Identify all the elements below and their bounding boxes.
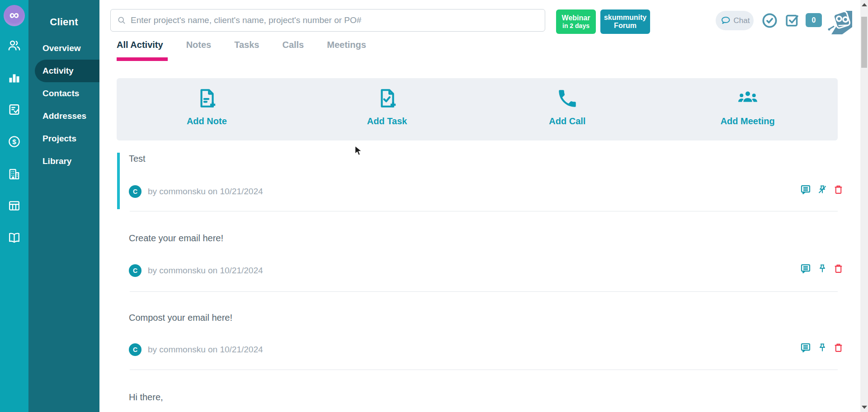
activity-row-title: Test (129, 153, 146, 164)
row-divider (130, 370, 838, 370)
sidebar-item-contacts[interactable]: Contacts (28, 82, 99, 105)
user-avatar[interactable] (825, 7, 852, 34)
tab-all-activity[interactable]: All Activity (117, 40, 163, 50)
people-icon[interactable] (7, 38, 21, 52)
tab-notes[interactable]: Notes (186, 40, 212, 50)
unpin-icon[interactable] (817, 183, 828, 196)
infinity-icon: ∞ (9, 8, 19, 22)
bar-chart-icon[interactable] (7, 70, 21, 84)
author-avatar: C (129, 264, 142, 277)
notification-badge[interactable]: 0 (806, 13, 822, 27)
checkbox-icon[interactable] (784, 12, 801, 28)
tab-meetings[interactable]: Meetings (327, 40, 366, 50)
author-avatar: C (129, 343, 142, 356)
svg-text:$: $ (12, 138, 16, 145)
comment-icon[interactable] (799, 342, 812, 354)
tab-calls[interactable]: Calls (282, 40, 304, 50)
table-icon[interactable] (7, 199, 21, 213)
skummunity-forum-button[interactable]: skummunity Forum (600, 9, 650, 34)
sidebar-item-library[interactable]: Library (28, 150, 99, 173)
scrollbar-thumb[interactable] (861, 17, 867, 68)
add-call-button[interactable]: Add Call (477, 78, 658, 140)
activity-row-byline: C by commonsku on 10/21/2024 (129, 185, 263, 198)
search-icon (117, 16, 126, 25)
activity-row-title: Hi there, (129, 392, 163, 403)
search-input[interactable] (131, 15, 545, 25)
commonsku-logo[interactable]: ∞ (4, 5, 25, 26)
sidebar-title: Client (28, 16, 99, 28)
add-meeting-button[interactable]: Add Meeting (657, 78, 838, 140)
active-tab-indicator (117, 57, 168, 61)
trash-icon[interactable] (833, 342, 844, 354)
project-search (110, 9, 545, 32)
activity-row-actions (799, 262, 844, 275)
sidebar-item-projects[interactable]: Projects (28, 127, 99, 150)
pinned-row-highlight (117, 153, 120, 209)
activity-row-title: Create your email here! (129, 233, 223, 243)
pin-icon[interactable] (817, 342, 828, 354)
building-icon[interactable] (7, 167, 21, 181)
chat-button[interactable]: Chat (716, 11, 754, 30)
activity-row-byline: C by commonsku on 10/21/2024 (129, 343, 263, 356)
comment-icon[interactable] (799, 262, 812, 275)
chat-bubble-icon (720, 15, 731, 26)
add-task-button[interactable]: Add Task (297, 78, 477, 140)
activity-row-actions (799, 183, 844, 196)
meeting-icon (736, 87, 760, 110)
pin-icon[interactable] (817, 262, 828, 275)
mouse-cursor (354, 145, 364, 156)
sidebar-item-addresses[interactable]: Addresses (28, 105, 99, 127)
clock-icon[interactable] (761, 12, 778, 29)
row-divider (130, 291, 838, 292)
webinar-button[interactable]: Webinar in 2 days (556, 9, 596, 34)
scroll-up-arrow[interactable] (862, 3, 867, 6)
author-avatar: C (129, 185, 142, 198)
activity-row-byline: C by commonsku on 10/21/2024 (129, 264, 263, 277)
chat-label: Chat (734, 16, 750, 25)
book-icon[interactable] (7, 231, 21, 245)
activity-tabs: All Activity Notes Tasks Calls Meetings (117, 40, 366, 50)
tab-tasks[interactable]: Tasks (234, 40, 259, 50)
icon-rail: ∞ $ (0, 0, 28, 412)
task-add-icon (376, 87, 398, 110)
row-divider (130, 211, 838, 211)
comment-icon[interactable] (799, 183, 812, 196)
note-add-icon (195, 87, 218, 110)
scroll-down-arrow[interactable] (862, 406, 867, 409)
activity-row-title: Compost your email here! (129, 312, 232, 323)
page-scrollbar[interactable] (860, 0, 868, 412)
client-sidebar: Client Overview Activity Contacts Addres… (28, 0, 99, 412)
phone-icon (556, 87, 579, 110)
trash-icon[interactable] (833, 183, 844, 196)
activity-row-actions (799, 342, 844, 354)
sidebar-item-activity[interactable]: Activity (35, 60, 99, 82)
dollar-icon[interactable]: $ (7, 135, 21, 149)
add-note-button[interactable]: Add Note (117, 78, 297, 140)
robot-avatar (825, 7, 852, 34)
trash-icon[interactable] (833, 262, 844, 275)
sidebar-item-overview[interactable]: Overview (28, 37, 99, 60)
quick-actions-panel: Add Note Add Task Add Call Add Meeting (117, 78, 838, 140)
orders-icon[interactable] (7, 103, 21, 117)
